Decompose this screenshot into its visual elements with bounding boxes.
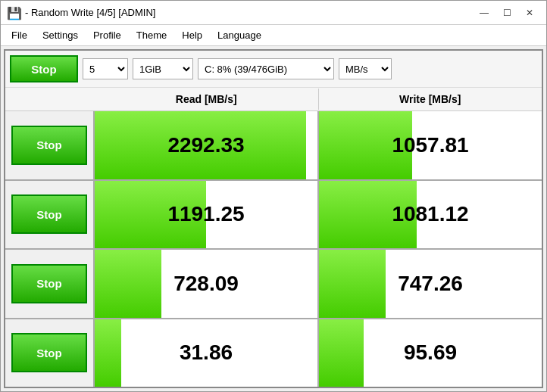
stop-cell-3: Stop (5, 319, 95, 387)
header-write: Write [MB/s] (319, 89, 542, 110)
menu-profile[interactable]: Profile (86, 26, 129, 44)
column-headers: Read [MB/s] Write [MB/s] (5, 88, 542, 111)
table-row: Stop 1191.25 1081.12 (5, 181, 542, 250)
menu-help[interactable]: Help (174, 26, 210, 44)
stop-cell-1: Stop (5, 181, 95, 249)
write-cell-3: 95.69 (319, 319, 542, 387)
read-value-0: 2292.33 (167, 133, 244, 157)
read-value-2: 728.09 (173, 272, 239, 296)
stop-cell-2: Stop (5, 250, 95, 318)
window-controls: — ☐ ✕ (474, 5, 540, 20)
write-cell-2: 747.26 (319, 250, 542, 318)
write-cell-1: 1081.12 (319, 181, 542, 249)
title-bar-left: 💾 - Random Write [4/5] [ADMIN] (7, 6, 155, 20)
unit-select[interactable]: MB/s (339, 58, 392, 79)
read-bar-3 (95, 319, 121, 387)
write-value-1: 1081.12 (392, 202, 468, 226)
read-value-1: 1191.25 (167, 202, 244, 226)
title-bar: 💾 - Random Write [4/5] [ADMIN] — ☐ ✕ (1, 1, 546, 25)
header-read: Read [MB/s] (95, 89, 319, 110)
size-select[interactable]: 1GiB (133, 58, 193, 79)
window-title: - Random Write [4/5] [ADMIN] (25, 7, 155, 18)
main-stop-button[interactable]: Stop (10, 55, 78, 82)
table-row: Stop 31.86 95.69 (5, 319, 542, 387)
benchmark-rows: Stop 2292.33 1057.81 Stop 1191.25 (5, 111, 542, 387)
toolbar: Stop 5 1GiB C: 8% (39/476GiB) MB/s (5, 51, 542, 88)
menu-theme[interactable]: Theme (129, 26, 174, 44)
main-content: Stop 5 1GiB C: 8% (39/476GiB) MB/s Read … (4, 49, 543, 388)
write-value-2: 747.26 (398, 272, 463, 296)
stop-button-2[interactable]: Stop (11, 264, 87, 303)
write-bar-3 (319, 319, 364, 387)
stop-button-1[interactable]: Stop (11, 194, 87, 234)
menu-file[interactable]: File (4, 26, 35, 44)
stop-cell-0: Stop (5, 111, 95, 179)
close-button[interactable]: ✕ (519, 5, 540, 20)
menu-language[interactable]: Language (210, 26, 269, 44)
read-cell-1: 1191.25 (95, 181, 319, 249)
main-window: 💾 - Random Write [4/5] [ADMIN] — ☐ ✕ Fil… (0, 0, 547, 392)
menu-settings[interactable]: Settings (35, 26, 86, 44)
read-cell-0: 2292.33 (95, 111, 319, 179)
app-icon: 💾 (7, 6, 20, 20)
maximize-button[interactable]: ☐ (496, 5, 517, 20)
stop-button-0[interactable]: Stop (11, 126, 87, 165)
write-value-0: 1057.81 (392, 133, 468, 157)
read-value-3: 31.86 (180, 341, 233, 365)
read-bar-2 (95, 250, 161, 318)
drive-select[interactable]: C: 8% (39/476GiB) (198, 58, 334, 79)
write-bar-2 (319, 250, 386, 318)
write-cell-0: 1057.81 (319, 111, 542, 179)
stop-button-3[interactable]: Stop (11, 333, 87, 372)
table-row: Stop 2292.33 1057.81 (5, 111, 542, 181)
write-value-3: 95.69 (404, 341, 457, 365)
header-spacer (5, 88, 95, 110)
read-cell-2: 728.09 (95, 250, 319, 318)
read-cell-3: 31.86 (95, 319, 319, 387)
menu-bar: File Settings Profile Theme Help Languag… (1, 25, 546, 46)
count-select[interactable]: 5 (83, 58, 128, 79)
minimize-button[interactable]: — (474, 5, 495, 20)
table-row: Stop 728.09 747.26 (5, 250, 542, 319)
